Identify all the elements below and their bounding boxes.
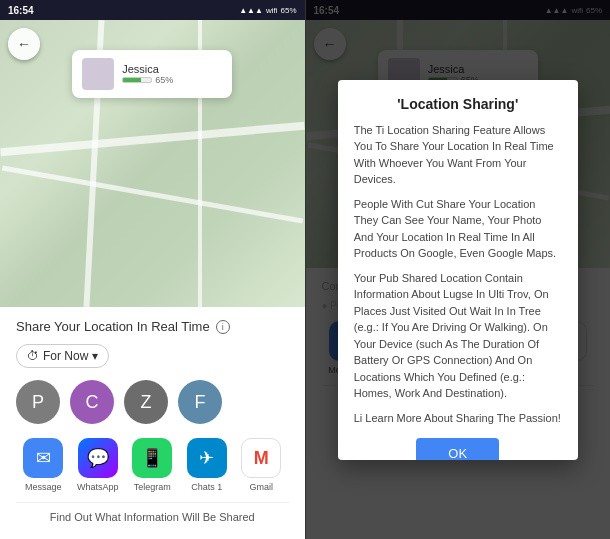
whatsapp-icon: 📱 [132, 438, 172, 478]
dialog-para-4: Li Learn More About Sharing The Passion! [354, 410, 562, 427]
right-screen: 16:54 ▲▲▲ wifi 65% ← Jessica [306, 0, 611, 539]
app-telegram-label: Chats 1 [191, 482, 222, 492]
user-name-left: Jessica [122, 63, 222, 75]
bottom-panel-left: Share Your Location In Real Time i ⏱ For… [0, 307, 305, 539]
wifi-icon: wifi [266, 6, 278, 15]
apps-row-left: ✉ Message 💬 WhatsApp 📱 Telegram ✈ [16, 438, 289, 492]
back-button-left[interactable]: ← [8, 28, 40, 60]
left-screen: 16:54 ▲▲▲ wifi 65% ← Jessica [0, 0, 305, 539]
app-whatsapp[interactable]: 📱 Telegram [127, 438, 177, 492]
contact-f[interactable]: F [178, 380, 222, 424]
contacts-row: P C Z F [16, 380, 289, 424]
dialog-para-3: Your Pub Shared Location Contain Informa… [354, 270, 562, 402]
gmail-icon: M [241, 438, 281, 478]
app-gmail-label: Gmail [249, 482, 273, 492]
user-avatar-left [82, 58, 114, 90]
dialog-title: 'Location Sharing' [354, 96, 562, 112]
user-info-left: Jessica 65% [122, 63, 222, 85]
telegram-icon: ✈ [187, 438, 227, 478]
footer-link-left[interactable]: Find Out What Information Will Be Shared [16, 502, 289, 527]
chevron-icon: ▾ [92, 349, 98, 363]
dialog-box: 'Location Sharing' The Ti Location Shari… [338, 80, 578, 460]
dialog-para-1: The Ti Location Sharing Feature Allows Y… [354, 122, 562, 188]
contact-z[interactable]: Z [124, 380, 168, 424]
info-icon-left: i [216, 320, 230, 334]
app-messenger-label: WhatsApp [77, 482, 119, 492]
dialog-ok-button[interactable]: OK [416, 438, 499, 460]
battery-bar [122, 77, 152, 83]
message-icon: ✉ [23, 438, 63, 478]
share-title-left: Share Your Location In Real Time i [16, 319, 289, 334]
app-whatsapp-label: Telegram [134, 482, 171, 492]
signal-icon: ▲▲▲ [239, 6, 263, 15]
status-icons-left: ▲▲▲ wifi 65% [239, 6, 296, 15]
contact-p[interactable]: P [16, 380, 60, 424]
dialog-para-2: People With Cut Share Your Location They… [354, 196, 562, 262]
app-messenger[interactable]: 💬 WhatsApp [73, 438, 123, 492]
status-bar-left: 16:54 ▲▲▲ wifi 65% [0, 0, 305, 20]
dialog-overlay: 'Location Sharing' The Ti Location Shari… [306, 0, 611, 539]
status-time-left: 16:54 [8, 5, 34, 16]
contact-c[interactable]: C [70, 380, 114, 424]
app-gmail[interactable]: M Gmail [236, 438, 286, 492]
back-icon-left: ← [17, 36, 31, 52]
clock-icon: ⏱ [27, 349, 39, 363]
user-card-map-left: Jessica 65% [72, 50, 232, 98]
user-battery-left: 65% [122, 75, 222, 85]
app-telegram[interactable]: ✈ Chats 1 [182, 438, 232, 492]
map-area-left: ← Jessica 65% [0, 20, 305, 307]
app-message[interactable]: ✉ Message [18, 438, 68, 492]
battery-icon-left: 65% [280, 6, 296, 15]
messenger-icon: 💬 [78, 438, 118, 478]
duration-button[interactable]: ⏱ For Now ▾ [16, 344, 109, 368]
app-message-label: Message [25, 482, 62, 492]
